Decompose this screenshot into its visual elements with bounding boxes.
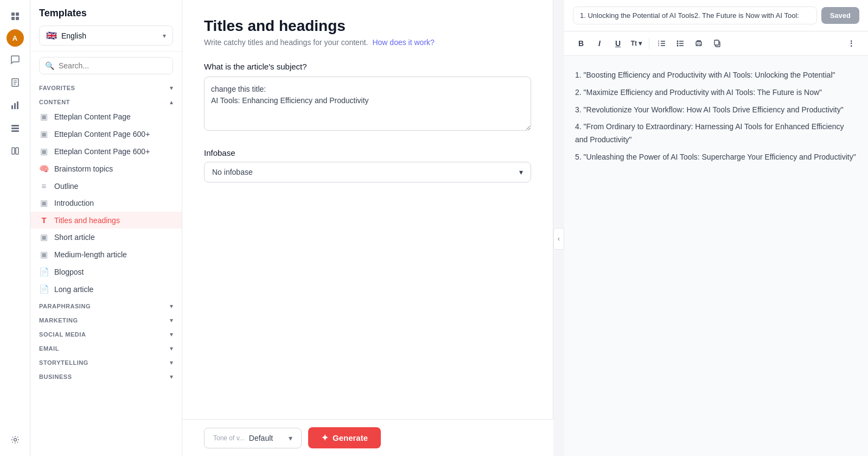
sidebar-item-outline[interactable]: ≡ Outline: [30, 178, 182, 194]
form-bottom-bar: Tone of v... Default ▾ ✦ Generate: [182, 419, 553, 456]
flag-icon: 🇬🇧: [46, 30, 57, 41]
section-title-favorites: FAVORITES: [39, 85, 75, 91]
section-title-marketing: MARKETING: [39, 317, 78, 324]
section-chevron-social-media: ▾: [170, 331, 173, 338]
brain-icon: 🧠: [39, 164, 49, 174]
section-header-email[interactable]: EMAIL ▾: [30, 340, 182, 354]
doc-icon: ▣: [39, 232, 49, 242]
section-header-favorites[interactable]: FAVORITES ▾: [30, 80, 182, 94]
document-icon[interactable]: [5, 73, 25, 92]
unordered-list-button[interactable]: [672, 36, 688, 51]
section-header-social-media[interactable]: SOCIAL MEDIA ▾: [30, 326, 182, 340]
sidebar-item-titles-headings[interactable]: T Titles and headings: [30, 212, 182, 229]
font-button[interactable]: Tt ▾: [628, 36, 644, 51]
language-value: English: [61, 31, 158, 40]
section-title-email: EMAIL: [39, 345, 59, 352]
section-chevron-content: ▴: [170, 98, 173, 106]
section-title-business: BUSINESS: [39, 373, 72, 380]
section-header-paraphrasing[interactable]: PARAPHRASING ▾: [30, 298, 182, 312]
main-content: Titles and headings Write catchy titles …: [182, 0, 868, 456]
output-panel: Saved B I U Tt ▾ 123 ⋮: [564, 0, 868, 456]
library-icon[interactable]: [5, 141, 25, 161]
svg-rect-1: [16, 12, 19, 16]
sidebar-item-blogpost[interactable]: 📄 Blogpost: [30, 263, 182, 281]
tone-label: Tone of v...: [213, 434, 245, 442]
sidebar-item-long-article[interactable]: 📄 Long article: [30, 281, 182, 298]
svg-rect-0: [11, 12, 15, 16]
sidebar: Templates 🇬🇧 English ▾ 🔍 FAVORITES ▾ CON…: [30, 0, 182, 456]
form-panel: Titles and headings Write catchy titles …: [182, 0, 553, 419]
infobase-value: No infobase: [212, 168, 253, 176]
generate-label: Generate: [333, 433, 368, 442]
icon-bar: A: [0, 0, 30, 456]
generate-button[interactable]: ✦ Generate: [308, 427, 381, 448]
infobase-label: Infobase: [204, 148, 531, 157]
document-small-icon: ▣: [39, 112, 49, 122]
grid-icon[interactable]: [5, 7, 25, 26]
sidebar-title: Templates: [39, 8, 173, 19]
section-header-content[interactable]: CONTENT ▴: [30, 94, 182, 108]
doc-icon: 📄: [39, 267, 49, 277]
output-result-3: 3. "Revolutionize Your Workflow: How AI …: [575, 104, 857, 117]
sidebar-item-short-article[interactable]: ▣ Short article: [30, 229, 182, 246]
section-chevron-favorites: ▾: [170, 84, 173, 92]
svg-rect-32: [714, 40, 719, 45]
sidebar-item-etteplan-content-3[interactable]: ▣ Etteplan Content Page 600+: [30, 143, 182, 160]
italic-button[interactable]: I: [591, 36, 608, 51]
section-title-social-media: SOCIAL MEDIA: [39, 331, 86, 338]
section-header-marketing[interactable]: MARKETING ▾: [30, 312, 182, 326]
sidebar-item-brainstorm[interactable]: 🧠 Brainstorm topics: [30, 160, 182, 178]
svg-text:3: 3: [658, 44, 660, 47]
content-area: Titles and headings Write catchy titles …: [182, 0, 868, 456]
form-desc-text: Write catchy titles and headings for you…: [204, 38, 368, 47]
generate-icon: ✦: [321, 433, 328, 443]
how-does-it-work-link[interactable]: How does it work?: [372, 38, 434, 47]
output-result-5: 5. "Unleashing the Power of AI Tools: Su…: [575, 151, 857, 164]
svg-rect-30: [697, 44, 700, 46]
ordered-list-button[interactable]: 123: [654, 36, 670, 51]
more-options-button[interactable]: ⋮: [843, 36, 859, 51]
infobase-dropdown[interactable]: No infobase ▾: [204, 162, 531, 182]
section-chevron-business: ▾: [170, 373, 173, 381]
settings-icon[interactable]: [5, 430, 25, 449]
chat-icon[interactable]: [5, 50, 25, 69]
collapse-panel-button[interactable]: ‹: [553, 228, 564, 250]
svg-rect-3: [16, 17, 19, 20]
sidebar-item-medium-article[interactable]: ▣ Medium-length article: [30, 246, 182, 263]
collapse-wrapper: ‹: [553, 0, 564, 456]
form-wrapper: Titles and headings Write catchy titles …: [182, 0, 553, 456]
saved-button[interactable]: Saved: [821, 7, 859, 24]
sidebar-item-etteplan-content-2[interactable]: ▣ Etteplan Content Page 600+: [30, 125, 182, 143]
sidebar-item-etteplan-content-1[interactable]: ▣ Etteplan Content Page: [30, 108, 182, 125]
svg-rect-9: [14, 103, 16, 109]
print-button[interactable]: [691, 36, 707, 51]
section-header-business[interactable]: BUSINESS ▾: [30, 369, 182, 383]
section-title-paraphrasing: PARAPHRASING: [39, 303, 91, 309]
svg-rect-8: [11, 105, 13, 109]
svg-rect-13: [11, 130, 19, 132]
sidebar-item-introduction[interactable]: ▣ Introduction: [30, 194, 182, 212]
underline-button[interactable]: U: [610, 36, 626, 51]
avatar[interactable]: A: [7, 29, 24, 47]
output-preview-input[interactable]: [573, 7, 817, 24]
subject-textarea[interactable]: change this title: AI Tools: Enhancing E…: [204, 77, 531, 131]
document-small-icon: ▣: [39, 147, 49, 156]
svg-point-16: [14, 439, 16, 441]
language-selector[interactable]: 🇬🇧 English ▾: [39, 26, 173, 46]
output-result-1: 1. "Boosting Efficiency and Productivity…: [575, 69, 857, 82]
stack-icon[interactable]: [5, 118, 25, 138]
sidebar-list: FAVORITES ▾ CONTENT ▴ ▣ Etteplan Content…: [30, 80, 182, 456]
form-description: Write catchy titles and headings for you…: [204, 38, 531, 47]
tone-selector[interactable]: Tone of v... Default ▾: [204, 428, 302, 448]
search-input[interactable]: [59, 61, 167, 70]
section-header-storytelling[interactable]: STORYTELLING ▾: [30, 354, 182, 369]
output-result-4: 4. "From Ordinary to Extraordinary: Harn…: [575, 121, 857, 147]
output-result-2: 2. "Maximize Efficiency and Productivity…: [575, 86, 857, 99]
bold-button[interactable]: B: [573, 36, 589, 51]
doc-icon: ▣: [39, 250, 49, 259]
copy-button[interactable]: [709, 36, 725, 51]
svg-rect-10: [17, 102, 18, 109]
svg-rect-11: [11, 125, 19, 126]
chart-icon[interactable]: [5, 96, 25, 115]
svg-rect-14: [12, 148, 15, 154]
